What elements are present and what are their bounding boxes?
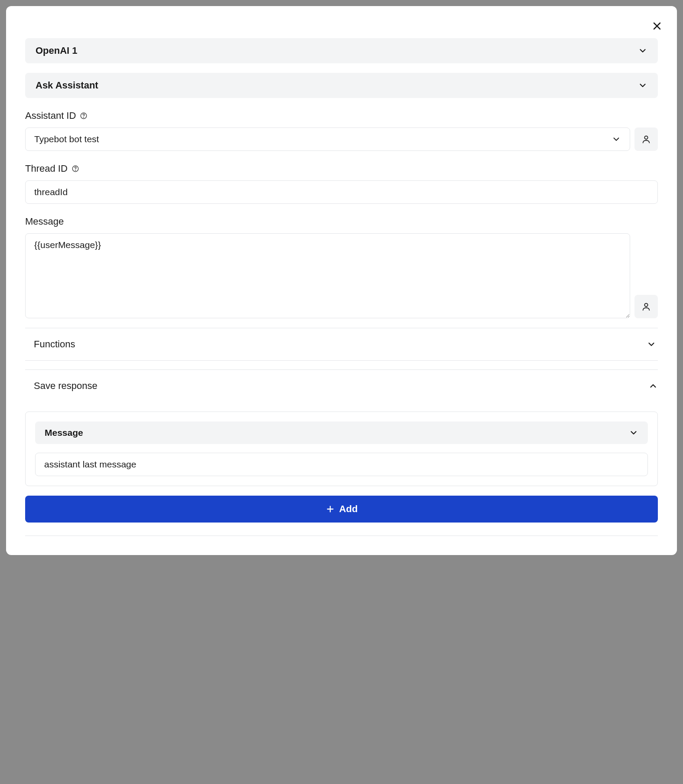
divider [25,536,658,536]
chevron-down-icon [647,340,656,349]
plus-icon [325,504,335,514]
user-icon [641,134,651,144]
add-button[interactable]: Add [25,496,658,523]
response-type-select[interactable]: Message [35,421,648,444]
functions-label: Functions [25,339,75,350]
variable-picker-button[interactable] [634,127,658,151]
assistant-id-value: Typebot bot test [34,134,99,144]
functions-accordion-header[interactable]: Functions [25,328,658,361]
config-modal: OpenAI 1 Ask Assistant Assistant ID [6,6,677,555]
svg-point-4 [644,136,647,139]
help-icon[interactable] [79,111,88,120]
close-icon [652,21,662,31]
message-textarea[interactable] [25,233,630,318]
user-icon [641,302,651,311]
chevron-up-icon [648,381,658,391]
action-select[interactable]: Ask Assistant [25,73,658,98]
assistant-id-select[interactable]: Typebot bot test [25,127,630,151]
connection-select[interactable]: OpenAI 1 [25,38,658,63]
assistant-id-field: Assistant ID Typebot bot test [25,110,658,151]
save-response-body: Message Add [25,402,658,536]
help-icon[interactable] [71,164,80,173]
message-field: Message [25,216,658,318]
chevron-down-icon [629,428,638,438]
thread-id-input[interactable] [25,180,658,204]
response-type-label: Message [45,428,83,438]
chevron-down-icon [638,46,647,56]
add-button-label: Add [339,503,358,515]
svg-point-7 [644,304,647,307]
close-button[interactable] [649,18,665,34]
svg-point-6 [75,170,75,170]
variable-picker-button[interactable] [634,295,658,318]
svg-point-3 [84,117,84,118]
thread-id-field: Thread ID [25,163,658,204]
assistant-id-label: Assistant ID [25,110,658,121]
response-variable-input[interactable] [35,453,648,476]
chevron-down-icon [611,134,621,144]
response-mapping-card: Message [25,412,658,486]
message-label: Message [25,216,658,227]
connection-label: OpenAI 1 [36,45,78,56]
save-response-accordion-header[interactable]: Save response [25,370,658,402]
save-response-label: Save response [25,380,98,392]
action-label: Ask Assistant [36,80,98,91]
chevron-down-icon [638,81,647,90]
thread-id-label: Thread ID [25,163,658,174]
